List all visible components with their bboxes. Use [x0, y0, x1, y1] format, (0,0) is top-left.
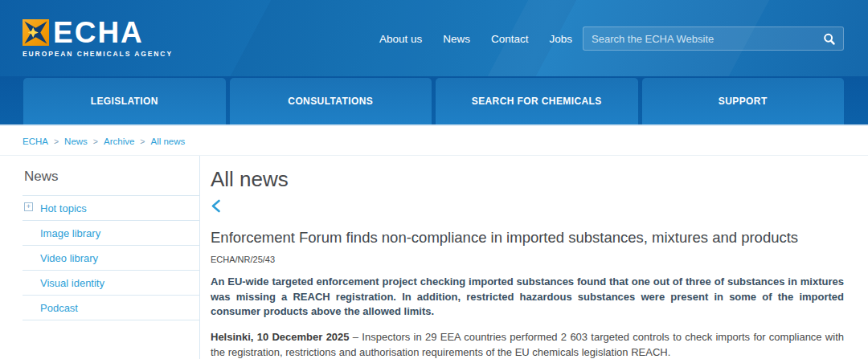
menu-tab-consultations[interactable]: CONSULTATIONS	[230, 78, 432, 124]
breadcrumb-separator: >	[140, 137, 145, 146]
nav-jobs[interactable]: Jobs	[550, 33, 573, 45]
menu-tab-legislation[interactable]: LEGISLATION	[23, 78, 226, 124]
article-reference: ECHA/NR/25/43	[211, 255, 844, 264]
sidebar-item-visual-identity: Visual identity	[23, 270, 199, 295]
page-title: All news	[211, 166, 844, 192]
sidebar-link-visual-identity[interactable]: Visual identity	[40, 277, 104, 289]
content-area: News + Hot topics Image library Video li…	[0, 156, 868, 359]
sidebar-item-podcast: Podcast	[23, 295, 199, 320]
breadcrumb-news[interactable]: News	[64, 137, 88, 146]
breadcrumb: ECHA > News > Archive > All news	[0, 126, 868, 155]
logo-subtitle: EUROPEAN CHEMICALS AGENCY	[23, 50, 173, 58]
menu-tab-search-for-chemicals[interactable]: SEARCH FOR CHEMICALS	[436, 78, 638, 124]
sidebar-link-hot-topics[interactable]: Hot topics	[40, 202, 87, 214]
nav-about-us[interactable]: About us	[379, 33, 422, 45]
menu-tab-support[interactable]: SUPPORT	[642, 78, 845, 124]
sidebar-item-image-library: Image library	[23, 220, 199, 245]
article-dateline: Helsinki, 10 December 2025	[211, 331, 350, 343]
nav-contact[interactable]: Contact	[491, 33, 529, 45]
sidebar-link-image-library[interactable]: Image library	[40, 227, 100, 239]
article-title: Enforcement Forum finds non-compliance i…	[211, 228, 844, 247]
article-body: Helsinki, 10 December 2025 – Inspectors …	[211, 330, 844, 359]
search-input[interactable]	[583, 33, 814, 45]
sidebar-title: News	[23, 156, 199, 195]
search-button[interactable]	[814, 27, 843, 50]
sidebar-link-podcast[interactable]: Podcast	[40, 302, 78, 314]
sidebar-item-hot-topics: + Hot topics	[23, 195, 199, 220]
breadcrumb-archive[interactable]: Archive	[104, 137, 134, 146]
search-icon	[822, 32, 836, 46]
site-header: ECHA EUROPEAN CHEMICALS AGENCY About us …	[0, 0, 868, 76]
news-sidebar: News + Hot topics Image library Video li…	[0, 156, 200, 359]
echa-logo[interactable]: ECHA EUROPEAN CHEMICALS AGENCY	[23, 19, 173, 58]
breadcrumb-separator: >	[93, 137, 98, 146]
breadcrumb-echa[interactable]: ECHA	[23, 137, 48, 146]
sidebar-item-video-library: Video library	[23, 245, 199, 270]
top-nav: About us News Contact Jobs	[379, 33, 572, 45]
site-search	[583, 27, 844, 51]
echa-star-icon	[23, 19, 49, 46]
logo-acronym: ECHA	[53, 19, 144, 46]
breadcrumb-separator: >	[54, 137, 59, 146]
sidebar-link-video-library[interactable]: Video library	[40, 252, 98, 264]
article-lead: An EU-wide targeted enforcement project …	[211, 275, 844, 320]
chevron-left-icon	[211, 199, 221, 213]
nav-news[interactable]: News	[443, 33, 470, 45]
breadcrumb-all-news[interactable]: All news	[151, 137, 186, 146]
main-content: All news Enforcement Forum finds non-com…	[200, 156, 868, 359]
expand-plus-icon[interactable]: +	[24, 202, 33, 211]
back-button[interactable]	[211, 199, 221, 216]
main-menu-bar: LEGISLATION CONSULTATIONS SEARCH FOR CHE…	[0, 76, 868, 126]
